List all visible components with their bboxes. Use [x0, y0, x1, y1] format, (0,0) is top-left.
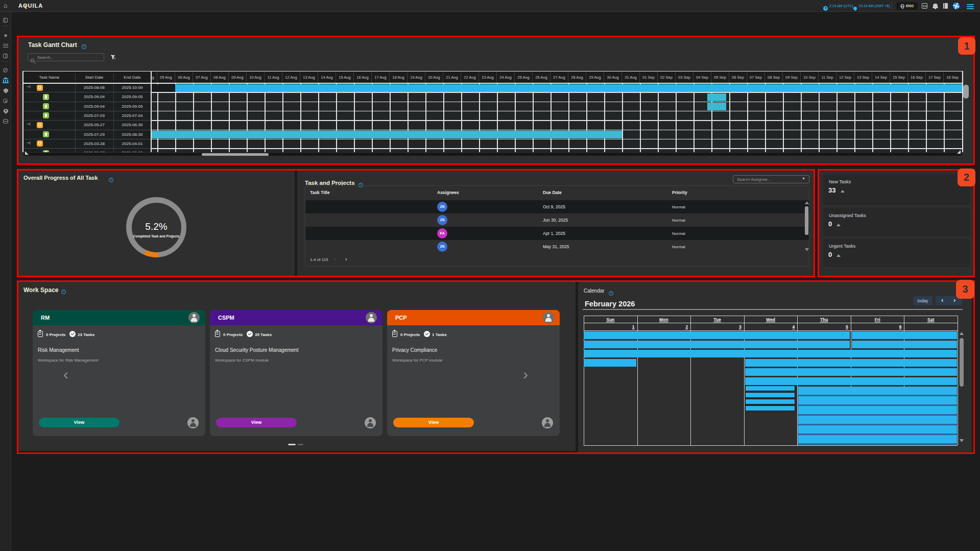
sidebar-item-panel-icon — [3, 18, 8, 22]
language-globe-icon — [900, 4, 904, 8]
sidebar-item-database[interactable] — [0, 118, 11, 125]
docs-book-icon[interactable] — [943, 3, 948, 9]
sidebar-item-shield-icon — [4, 88, 8, 93]
left-sidebar: ★ — [0, 12, 11, 551]
sidebar-item-guard[interactable] — [0, 108, 11, 115]
utc-clock-icon — [823, 4, 828, 13]
reports-icon[interactable] — [922, 3, 927, 9]
sidebar-item-shield[interactable] — [0, 87, 11, 94]
line — [3, 47, 8, 47]
topbar-divider — [892, 3, 892, 9]
language-label: ENG — [906, 4, 914, 8]
section2-badge: 2 — [958, 169, 975, 186]
top-bar: ⌂ AQUILA 2:19 AM (UTC) 10:19 AM (GMT +8)… — [0, 0, 980, 12]
sidebar-item-board[interactable] — [0, 53, 11, 60]
i — [5, 110, 7, 111]
i — [4, 121, 8, 122]
sidebar-item-target-icon — [3, 99, 8, 103]
sidebar-item-menu[interactable] — [0, 42, 11, 50]
i — [4, 69, 7, 72]
section1-outline — [17, 36, 975, 165]
home-icon[interactable]: ⌂ — [4, 2, 7, 9]
i — [6, 54, 6, 58]
i — [5, 18, 5, 22]
language-selector[interactable]: ENG — [896, 2, 918, 10]
sidebar-item-guard-icon — [4, 109, 8, 114]
sidebar-item-web-icon — [3, 68, 8, 73]
sidebar-divider — [2, 61, 9, 62]
sidebar-item-database-icon — [3, 119, 8, 124]
section3-badge: 3 — [956, 280, 974, 299]
i — [5, 101, 7, 102]
local-time: 10:19 AM (GMT +8) — [858, 4, 890, 8]
sidebar-item-panel[interactable] — [0, 17, 11, 24]
app-logo[interactable]: AQUILA — [18, 3, 43, 9]
line — [3, 45, 8, 46]
stats-outline — [818, 169, 975, 277]
sidebar-item-bank[interactable] — [0, 77, 11, 84]
section1-badge: 1 — [958, 37, 975, 55]
base — [3, 82, 9, 83]
notifications-bell-icon[interactable] — [933, 4, 938, 8]
sidebar-item-favorites[interactable]: ★ — [0, 32, 11, 39]
sidebar-divider — [2, 26, 9, 26]
roof — [3, 77, 9, 79]
line — [3, 44, 8, 44]
globe-sphere-icon[interactable] — [953, 3, 960, 9]
section2-outline — [17, 169, 815, 277]
menu-hamburger-icon[interactable] — [967, 3, 974, 10]
utc-time: 2:19 AM (UTC) — [829, 4, 853, 8]
app-root: ⌂ AQUILA 2:19 AM (UTC) 10:19 AM (GMT +8)… — [0, 0, 980, 551]
location-pin-icon — [853, 3, 857, 12]
logo-dot — [24, 5, 26, 7]
sidebar-item-web[interactable] — [0, 67, 11, 74]
sidebar-item-target[interactable] — [0, 98, 11, 105]
section3-outline — [17, 280, 975, 454]
app-logo-text: AQUILA — [18, 3, 43, 9]
sidebar-item-board-icon — [3, 54, 8, 58]
